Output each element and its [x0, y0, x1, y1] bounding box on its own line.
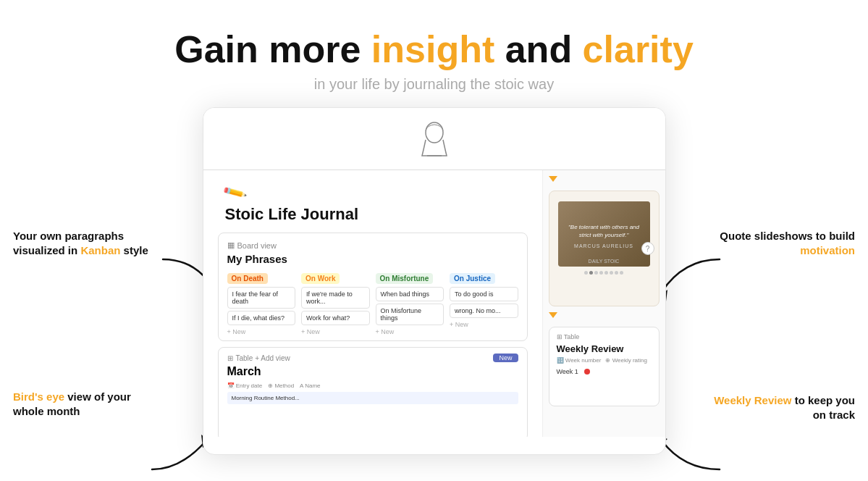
- dot[interactable]: [610, 271, 613, 275]
- mockup-right: "Be tolerant with others and strict with…: [542, 170, 665, 437]
- table-columns: 📅 Entry date ⊕ Method A Name: [227, 382, 518, 389]
- table-row: Morning Routine Method...: [227, 392, 518, 404]
- new-button[interactable]: New: [493, 354, 518, 362]
- orange-indicator: [549, 176, 557, 182]
- mockup-inner: ✏️ Stoic Life Journal ▦ Board view My Ph…: [203, 170, 665, 437]
- quote-text: "Be tolerant with others and strict with…: [564, 219, 644, 243]
- weekly-review-title: Weekly Review: [557, 343, 652, 354]
- annotation-left-top: Your own paragraphs visualized in Kanban…: [13, 229, 158, 257]
- board-icon: ▦: [227, 240, 235, 250]
- col-name: A Name: [300, 382, 320, 389]
- rating-dot: [584, 369, 590, 375]
- table-label-wr: ⊞ Table: [557, 333, 652, 340]
- weekly-row: Week 1: [557, 367, 652, 377]
- mockup-header: [203, 108, 665, 170]
- kanban-card: To do good is: [450, 287, 518, 301]
- journal-title: Stoic Life Journal: [225, 205, 521, 224]
- heading-highlight1: insight: [371, 28, 494, 70]
- col-header-death: On Death: [227, 273, 268, 284]
- kanban-add[interactable]: + New: [227, 328, 296, 335]
- table-icon: ⊞: [227, 354, 233, 362]
- bust-icon: [416, 120, 452, 159]
- kanban-add[interactable]: + New: [376, 328, 444, 335]
- quote-author: MARCUS AURELIUS: [564, 243, 644, 248]
- dot[interactable]: [584, 271, 588, 275]
- svg-point-4: [426, 122, 443, 143]
- kanban-card: When bad things: [376, 287, 444, 301]
- kanban-col-work: On Work If we're made to work... Work fo…: [301, 271, 370, 335]
- kanban-card: I fear the fear of death: [227, 287, 296, 309]
- kanban-columns: On Death I fear the fear of death If I d…: [227, 271, 518, 335]
- dot[interactable]: [620, 271, 623, 275]
- annotation-left-bottom: Bird's eye view of your whole month: [13, 390, 158, 418]
- col-entry-date: 📅 Entry date: [227, 382, 263, 389]
- col-method: ⊕ Method: [268, 382, 294, 389]
- pencil-icon: ✏️: [222, 180, 248, 206]
- weekly-review-card: ⊞ Table Weekly Review 🔢 Week number ⊕ We…: [549, 327, 660, 406]
- stoic-logo: DAILY STOIC: [589, 259, 620, 264]
- table-label: ⊞ Table + Add view New: [227, 354, 518, 362]
- main-heading: Gain more insight and clarity: [0, 29, 868, 70]
- month-section: ⊞ Table + Add view New March 📅 Entry dat…: [218, 347, 528, 437]
- col-week-number: 🔢 Week number: [557, 357, 602, 364]
- kanban-card: If I die, what dies?: [227, 311, 296, 325]
- board-view-label: ▦ Board view: [227, 240, 518, 250]
- kanban-col-death: On Death I fear the fear of death If I d…: [227, 271, 296, 335]
- heading-highlight2: clarity: [583, 28, 694, 70]
- dot[interactable]: [615, 271, 618, 275]
- col-header-misfortune: On Misfortune: [376, 273, 434, 284]
- kanban-add[interactable]: + New: [450, 321, 518, 328]
- header: Gain more insight and clarity in your li…: [0, 0, 868, 107]
- weekly-cols: 🔢 Week number ⊕ Weekly rating: [557, 357, 652, 364]
- annotation-right-top: Quote slideshows to build motivation: [710, 229, 855, 257]
- col-weekly-rating: ⊕ Weekly rating: [605, 357, 647, 364]
- kanban-add[interactable]: + New: [301, 328, 370, 335]
- week-label: Week 1: [557, 368, 578, 375]
- heading-part2: and: [494, 28, 582, 70]
- dot-active[interactable]: [589, 271, 593, 275]
- quote-image: "Be tolerant with others and strict with…: [558, 201, 650, 267]
- quote-nav-dots: [558, 271, 650, 275]
- kanban-title: My Phrases: [227, 253, 518, 265]
- dot[interactable]: [599, 271, 603, 275]
- kanban-col-misfortune: On Misfortune When bad things On Misfort…: [376, 271, 444, 335]
- kanban-card: On Misfortune things: [376, 304, 444, 325]
- col-header-work: On Work: [301, 273, 340, 284]
- dot[interactable]: [604, 271, 608, 275]
- quote-card: "Be tolerant with others and strict with…: [549, 191, 660, 306]
- kanban-card: wrong. No mo...: [450, 304, 518, 318]
- journal-title-area: ✏️ Stoic Life Journal: [203, 170, 542, 233]
- table-icon-wr: ⊞: [557, 333, 562, 340]
- month-title: March: [227, 365, 518, 378]
- mockup-left: ✏️ Stoic Life Journal ▦ Board view My Ph…: [203, 170, 542, 437]
- kanban-card: Work for what?: [301, 311, 370, 325]
- main-content: Your own paragraphs visualized in Kanban…: [0, 107, 868, 472]
- kanban-col-justice: On Justice To do good is wrong. No mo...…: [450, 271, 518, 335]
- dot[interactable]: [594, 271, 598, 275]
- subtitle: in your life by journaling the stoic way: [0, 76, 868, 93]
- col-header-justice: On Justice: [450, 273, 495, 284]
- kanban-card: If we're made to work...: [301, 287, 370, 309]
- heading-part1: Gain more: [174, 28, 371, 70]
- orange-indicator-2: [549, 312, 557, 318]
- kanban-section: ▦ Board view My Phrases On Death I fear …: [218, 233, 528, 341]
- ui-mockup: ✏️ Stoic Life Journal ▦ Board view My Ph…: [203, 107, 666, 455]
- annotation-right-bottom: Weekly Review to keep you on track: [710, 393, 855, 422]
